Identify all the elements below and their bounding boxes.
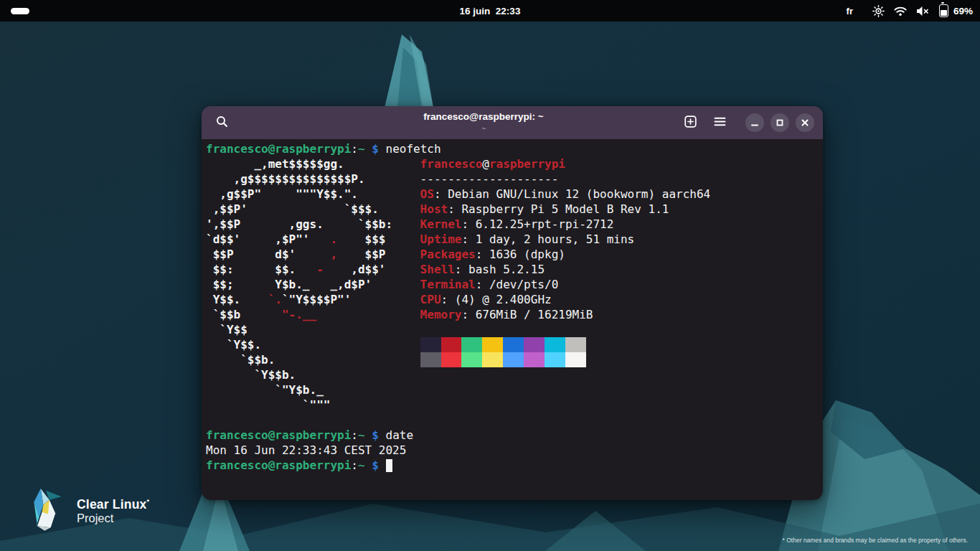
palette-color-block [482, 352, 503, 367]
clear-linux-logo-icon [27, 486, 67, 534]
neofetch-info: francesco@raspberrypi-------------------… [420, 156, 711, 367]
terminal-window: francesco@raspberrypi: ~ ~ [202, 106, 823, 500]
terminal-line: francesco@raspberrypi [420, 156, 711, 171]
trademark-mark: * [147, 498, 150, 505]
brand-name: Clear Linux* [77, 495, 149, 512]
palette-color-block [545, 337, 565, 352]
palette-color-block [420, 337, 441, 352]
window-title: francesco@raspberrypi: ~ [309, 110, 658, 124]
terminal-line: Kernel: 6.12.25+rpt-rpi-2712 [420, 217, 711, 232]
terminal-line: Shell: bash 5.2.15 [420, 262, 711, 277]
terminal-line: Terminal: /dev/pts/0 [420, 277, 711, 292]
terminal-line: Packages: 1636 (dpkg) [420, 247, 711, 262]
maximize-button[interactable] [771, 113, 789, 132]
minimize-button[interactable] [745, 113, 764, 132]
color-palette-row [420, 352, 711, 367]
palette-color-block [420, 352, 441, 367]
terminal-content[interactable]: francesco@raspberrypi:~ $ neofetch _,met… [202, 139, 823, 500]
volume-muted-icon [916, 6, 930, 17]
terminal-line: Uptime: 1 day, 2 hours, 51 mins [420, 232, 711, 247]
palette-color-block [441, 352, 462, 367]
terminal-line: `Y$$b. [206, 367, 823, 382]
brightness-icon [872, 5, 885, 17]
wifi-icon [894, 6, 907, 17]
keyboard-layout-indicator[interactable]: fr [847, 6, 853, 17]
close-icon [801, 118, 809, 127]
minimize-icon [750, 118, 759, 127]
terminal-line: `"Y$b._ [206, 382, 823, 397]
search-button[interactable] [210, 111, 233, 134]
terminal-line: -------------------- [420, 171, 711, 187]
palette-color-block [565, 352, 586, 367]
palette-color-block [545, 352, 565, 367]
palette-color-block [482, 337, 503, 352]
maximize-icon [776, 118, 784, 127]
terminal-line: Memory: 676MiB / 16219MiB [420, 307, 711, 322]
terminal-line [420, 322, 711, 337]
hamburger-menu-icon [714, 116, 726, 129]
system-tray[interactable]: fr [847, 0, 973, 22]
clock[interactable]: 16 juin 22:33 [0, 0, 980, 22]
terminal-line: Mon 16 Jun 22:33:43 CEST 2025 [206, 443, 823, 458]
palette-color-block [524, 352, 545, 367]
terminal-cursor [386, 459, 392, 472]
top-bar: 16 juin 22:33 fr [0, 0, 980, 22]
palette-color-block [461, 337, 482, 352]
palette-color-block [441, 337, 462, 352]
new-tab-icon [684, 116, 697, 131]
clear-linux-branding: Clear Linux* Project [27, 486, 149, 534]
wallpaper-disclaimer: * Other names and brands may be claimed … [783, 537, 968, 544]
terminal-line: OS: Debian GNU/Linux 12 (bookworm) aarch… [420, 187, 711, 202]
terminal-line: francesco@raspberrypi:~ $ [206, 458, 823, 473]
new-tab-button[interactable] [679, 111, 702, 134]
close-button[interactable] [796, 113, 814, 132]
window-titlebar[interactable]: francesco@raspberrypi: ~ ~ [202, 106, 823, 139]
search-icon [216, 116, 228, 131]
terminal-line: `""" [206, 397, 823, 413]
menu-button[interactable] [708, 111, 731, 134]
terminal-line: Host: Raspberry Pi 5 Model B Rev 1.1 [420, 202, 711, 217]
battery-percent: 69% [953, 6, 973, 17]
window-subtitle: ~ [309, 123, 658, 133]
palette-color-block [524, 337, 545, 352]
desktop: 16 juin 22:33 fr [0, 0, 980, 551]
terminal-line: francesco@raspberrypi:~ $ neofetch [206, 141, 823, 156]
brand-subname: Project [77, 512, 149, 525]
neofetch-output: _,met$$$$$gg. ,g$$$$$$$$$$$$$$$P. ,g$$P"… [206, 156, 823, 413]
palette-color-block [461, 352, 482, 367]
terminal-line: francesco@raspberrypi:~ $ date [206, 428, 823, 443]
color-palette-row [420, 337, 711, 352]
battery-icon [939, 4, 948, 17]
palette-color-block [503, 352, 524, 367]
terminal-line: CPU: (4) @ 2.400GHz [420, 292, 711, 307]
palette-color-block [503, 337, 524, 352]
palette-color-block [565, 337, 586, 352]
terminal-line [206, 413, 823, 428]
